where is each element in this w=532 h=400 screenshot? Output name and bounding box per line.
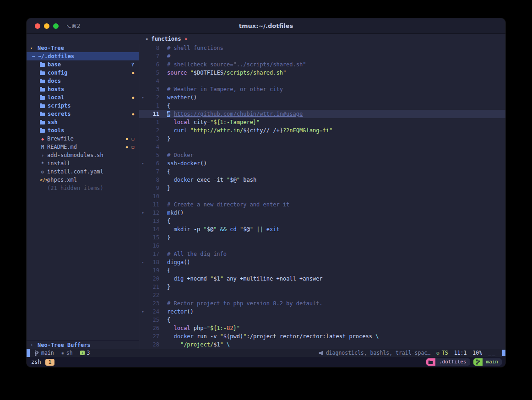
fold-chevron-icon[interactable]: ▾ xyxy=(139,258,147,266)
tmux-window-name[interactable]: zsh xyxy=(31,359,41,365)
fold-chevron-icon[interactable]: ▾ xyxy=(139,209,147,217)
code-line[interactable]: ▾2weather() xyxy=(139,93,505,102)
tree-item[interactable]: scripts xyxy=(27,102,139,110)
window-controls xyxy=(27,23,59,29)
code-line[interactable]: 5# Docker xyxy=(139,151,505,159)
line-number: 20 xyxy=(147,275,159,283)
code-text: "/project/$1" \ xyxy=(167,341,230,349)
tree-item[interactable]: </>phpcs.xml xyxy=(27,176,139,184)
code-line[interactable]: ▾12mkd() xyxy=(139,209,505,217)
code-line[interactable]: ▾24rector() xyxy=(139,308,505,316)
tab-functions[interactable]: ▪ functions × xyxy=(146,36,188,42)
code-text: } xyxy=(167,135,170,143)
tree-item[interactable]: config● xyxy=(27,69,139,77)
close-button[interactable] xyxy=(35,23,40,29)
line-number: 5 xyxy=(147,69,159,77)
code-line[interactable]: 10 xyxy=(139,192,505,200)
tree-item[interactable]: ◆Brewfile●□ xyxy=(27,135,139,143)
tab-close-icon[interactable]: × xyxy=(184,36,187,42)
tree-item[interactable]: local● xyxy=(27,93,139,102)
chevron-right-icon: › xyxy=(30,342,36,348)
code-line[interactable]: 8# shell functions xyxy=(139,44,505,52)
code-line[interactable]: 6# shellcheck source="../scripts/shared.… xyxy=(139,60,505,69)
code-line[interactable]: 1{ xyxy=(139,102,505,110)
line-number: 15 xyxy=(147,233,159,242)
fold-chevron-icon[interactable]: ▾ xyxy=(139,308,147,316)
fold-chevron-icon[interactable]: ▾ xyxy=(139,93,147,102)
code-line[interactable]: 11# https://github.com/chubin/wttr.in#us… xyxy=(139,110,505,118)
code-text: digga() xyxy=(167,258,190,266)
tree-root-item[interactable]: → ~/.dotfiles xyxy=(27,52,139,60)
code-line[interactable]: 4 xyxy=(139,143,505,151)
code-line[interactable]: 2 curl "http://wttr.in/${city// /+}?2nFQ… xyxy=(139,126,505,135)
line-number: 8 xyxy=(147,176,159,184)
neo-tree-title-row[interactable]: ▾ Neo-Tree xyxy=(27,44,139,52)
code-line[interactable]: 9} xyxy=(139,184,505,192)
tmux-window-index-badge[interactable]: 1 xyxy=(45,359,55,366)
code-line[interactable]: 26 local php="${1:-82}" xyxy=(139,324,505,332)
fold-column xyxy=(139,143,147,151)
code-line[interactable]: 22 xyxy=(139,291,505,299)
tree-item[interactable]: ›add-submodules.sh xyxy=(27,151,139,159)
code-line[interactable]: 23# Rector project to php version 8.2 by… xyxy=(139,299,505,308)
code-line[interactable]: 4 xyxy=(139,77,505,85)
neo-tree-items: base?config●docshostslocal●scriptssecret… xyxy=(27,60,139,192)
code-line[interactable]: 19{ xyxy=(139,266,505,275)
tree-item-label: Brewfile xyxy=(47,135,74,142)
minimize-button[interactable] xyxy=(44,23,49,29)
code-line[interactable]: 21} xyxy=(139,283,505,291)
code-line[interactable]: 5source "$DOTFILES/scripts/shared.sh" xyxy=(139,69,505,77)
tree-item[interactable]: docs xyxy=(27,77,139,85)
tree-item[interactable]: tools xyxy=(27,126,139,135)
neo-tree-buffers-section[interactable]: › Neo-Tree Buffers xyxy=(27,341,139,349)
code-line[interactable]: 11# Create a new directory and enter it xyxy=(139,200,505,209)
code-line[interactable]: 16 xyxy=(139,242,505,250)
code-line[interactable]: 3# Weather in Tampere, or other city xyxy=(139,85,505,93)
folder-icon xyxy=(40,71,45,75)
tree-item[interactable]: ssh xyxy=(27,118,139,126)
zoom-button[interactable] xyxy=(53,23,59,29)
tree-item-label: config xyxy=(48,70,67,76)
line-number: 19 xyxy=(147,266,159,275)
line-number: 11 xyxy=(147,200,159,209)
folder-icon xyxy=(426,358,435,366)
code-text: } xyxy=(167,233,170,242)
tree-item[interactable]: base? xyxy=(27,60,139,69)
code-line[interactable]: 20 dig +nocmd "$1" any +multiline +noall… xyxy=(139,275,505,283)
fold-column xyxy=(139,225,147,233)
tree-item[interactable]: hosts xyxy=(27,85,139,93)
code-line[interactable]: 15} xyxy=(139,233,505,242)
code-line[interactable]: 27 docker run -v "$(pwd)":/project recto… xyxy=(139,332,505,341)
code-line[interactable]: ▾18digga() xyxy=(139,258,505,266)
fold-column xyxy=(139,341,147,349)
fold-column xyxy=(139,266,147,275)
tree-item-label: phpcs.xml xyxy=(47,177,77,183)
code-editor[interactable]: 8# shell functions7#6# shellcheck source… xyxy=(139,44,505,349)
code-line[interactable]: 8 docker exec -it "$@" bash xyxy=(139,176,505,184)
code-line[interactable]: ▾6ssh-docker() xyxy=(139,159,505,168)
code-line[interactable]: 17# All the dig info xyxy=(139,250,505,258)
tree-item[interactable]: secrets● xyxy=(27,110,139,118)
tree-item[interactable]: ⚙install.conf.yaml xyxy=(27,168,139,176)
code-line[interactable]: 3} xyxy=(139,135,505,143)
code-line[interactable]: 7# xyxy=(139,52,505,60)
line-number: 26 xyxy=(147,324,159,332)
git-status-badge: ? xyxy=(131,62,134,68)
code-line[interactable]: 25{ xyxy=(139,316,505,324)
code-line[interactable]: 7{ xyxy=(139,168,505,176)
fold-column xyxy=(139,52,147,60)
code-line[interactable]: 1 local city="${1:-Tampere}" xyxy=(139,118,505,126)
git-status-badge: ● xyxy=(132,112,134,116)
line-number: 24 xyxy=(147,308,159,316)
git-status-badge: ● xyxy=(132,96,134,100)
code-text: docker run -v "$(pwd)":/project rector/r… xyxy=(167,332,379,341)
code-line[interactable]: 28 "/project/$1" \ xyxy=(139,341,505,349)
fold-chevron-icon[interactable]: ▾ xyxy=(139,159,147,168)
tree-item[interactable]: *install xyxy=(27,159,139,168)
tree-item[interactable]: MREADME.md●□ xyxy=(27,143,139,151)
line-number: 7 xyxy=(147,52,159,60)
code-line[interactable]: 14 mkdir -p "$@" && cd "$@" || exit xyxy=(139,225,505,233)
fold-column xyxy=(139,85,147,93)
tree-item-label: secrets xyxy=(48,111,71,117)
code-line[interactable]: 13{ xyxy=(139,217,505,225)
